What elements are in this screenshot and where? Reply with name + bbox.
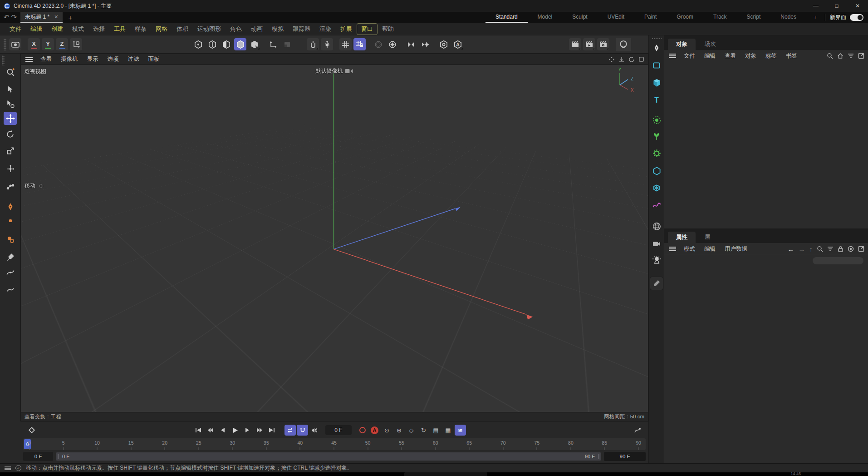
keyframe-diamond-button[interactable] <box>26 425 37 436</box>
points-mode-button[interactable] <box>192 38 204 50</box>
attribute-area[interactable] <box>664 255 868 463</box>
document-tab[interactable]: 未标题 1 * ✕ <box>20 12 63 23</box>
modeling-settings-button[interactable] <box>386 38 398 50</box>
rotate-tool-button[interactable] <box>4 128 17 141</box>
am-menu-mode[interactable]: 模式 <box>680 244 699 254</box>
menu-item[interactable]: 文件 <box>5 24 25 35</box>
om-menu-tags[interactable]: 标签 <box>761 51 781 61</box>
status-menu-icon[interactable] <box>5 466 11 470</box>
timeline-ruler[interactable]: 0 051015202530354045505560657075808590 <box>23 438 646 450</box>
current-frame-field[interactable]: 0 F <box>325 425 352 435</box>
simulation-object-icon[interactable] <box>650 114 663 126</box>
home-icon[interactable] <box>837 53 843 59</box>
preview-range-slider[interactable]: 0 F 90 F <box>56 452 601 461</box>
go-to-end-button[interactable] <box>266 425 277 436</box>
search-icon[interactable] <box>817 246 823 252</box>
text-object-icon[interactable]: T <box>650 94 663 106</box>
texture-mode-button[interactable] <box>281 38 293 50</box>
lock-z-button[interactable]: Z <box>56 38 68 50</box>
interactive-render-region-button[interactable] <box>616 38 631 51</box>
search-icon[interactable] <box>827 53 833 59</box>
pan-view-icon[interactable] <box>608 56 615 63</box>
new-ui-toggle[interactable] <box>850 14 863 21</box>
close-button[interactable]: ✕ <box>847 0 868 12</box>
brush-tool-button[interactable] <box>4 250 17 263</box>
view-label[interactable]: 透视视图 <box>25 68 46 75</box>
sound-button[interactable] <box>309 425 320 436</box>
record-pla-button[interactable]: ▦ <box>442 425 454 436</box>
record-scale-button[interactable]: ◇ <box>406 425 417 436</box>
object-manager-menu-icon[interactable] <box>669 54 676 58</box>
maximize-button[interactable]: □ <box>826 0 847 12</box>
workplane-button[interactable] <box>267 38 279 50</box>
ik-tool-button[interactable] <box>4 179 17 192</box>
deformer-object-icon[interactable] <box>650 199 663 212</box>
spline-pen-orange-button[interactable] <box>4 200 17 213</box>
light-object-icon[interactable] <box>650 253 663 266</box>
snap-button[interactable] <box>307 38 319 50</box>
grid-button[interactable] <box>339 38 352 50</box>
next-frame-button[interactable] <box>241 425 253 436</box>
live-selection-tool-button[interactable] <box>4 83 17 96</box>
edit-materials-icon[interactable] <box>650 277 663 290</box>
point-orange-button[interactable] <box>4 214 17 227</box>
attribute-manager-menu-icon[interactable] <box>669 247 676 251</box>
quantize-grid-button[interactable] <box>353 38 366 50</box>
clone-orange-button[interactable] <box>4 233 17 246</box>
rotate-view-icon[interactable] <box>628 56 635 63</box>
lock-icon[interactable] <box>838 246 843 252</box>
cube-primitive-icon[interactable] <box>650 76 663 89</box>
viewport-menu-icon[interactable] <box>25 57 33 62</box>
play-button[interactable] <box>229 425 240 436</box>
viewport-menu-options[interactable]: 选项 <box>103 55 123 64</box>
symmetry-button[interactable] <box>405 38 417 50</box>
om-menu-bookmarks[interactable]: 书签 <box>782 51 801 61</box>
menu-item[interactable]: 样条 <box>131 24 151 35</box>
menu-item[interactable]: 体积 <box>172 24 192 35</box>
menu-item[interactable]: 网格 <box>152 24 172 35</box>
viewport-canvas[interactable]: 透视视图 默认摄像机 移动 Y Z <box>20 64 648 412</box>
om-menu-view[interactable]: 查看 <box>721 51 740 61</box>
layout-tab[interactable]: Groom <box>667 12 703 23</box>
axis-tool-button[interactable] <box>4 162 17 175</box>
menu-item[interactable]: 编辑 <box>26 24 46 35</box>
axis-mode-button[interactable] <box>248 38 260 50</box>
dolly-view-icon[interactable] <box>618 56 625 63</box>
layout-tab[interactable]: Standard <box>485 12 528 23</box>
pen-object-icon[interactable] <box>650 42 663 55</box>
layout-tab[interactable]: Track <box>703 12 737 23</box>
forward-icon[interactable]: → <box>799 245 805 253</box>
menu-item[interactable]: 工具 <box>110 24 130 35</box>
layout-tab[interactable]: Paint <box>634 12 667 23</box>
mode-hexagon-a-button[interactable]: A <box>451 38 464 50</box>
menu-item[interactable]: 帮助 <box>378 24 398 35</box>
panel-tab[interactable]: 属性 <box>668 232 696 243</box>
target-icon[interactable] <box>848 246 854 252</box>
undo-icon[interactable]: ↶ <box>4 13 10 21</box>
menu-item[interactable]: 窗口 <box>357 24 377 35</box>
redo-icon[interactable]: ↷ <box>11 13 17 21</box>
preview-end-field[interactable]: 90 F <box>604 452 646 461</box>
keyframe-selection-button[interactable]: ⊙ <box>381 425 392 436</box>
camera-nav-icon[interactable] <box>345 69 353 74</box>
model-mode-button[interactable] <box>234 38 246 50</box>
am-menu-userdata[interactable]: 用户数据 <box>721 244 751 254</box>
keyframe-snap-button[interactable] <box>297 425 308 436</box>
toggle-view-icon[interactable] <box>638 56 644 62</box>
object-list-area[interactable] <box>664 62 868 228</box>
axis-gizmo[interactable]: Y Z X <box>608 67 642 99</box>
camera-label[interactable]: 默认摄像机 <box>316 67 353 75</box>
volume-mesher-icon[interactable] <box>650 182 663 194</box>
loop-playback-button[interactable] <box>284 425 296 436</box>
rings-button[interactable] <box>372 38 384 50</box>
up-icon[interactable]: ↑ <box>809 245 813 253</box>
pop-out-icon[interactable] <box>858 246 864 252</box>
render-settings-button[interactable] <box>597 38 609 50</box>
layout-tab[interactable]: Sculpt <box>562 12 597 23</box>
layout-tab[interactable]: UVEdit <box>598 12 634 23</box>
viewport-menu-display[interactable]: 显示 <box>83 55 103 64</box>
previous-frame-button[interactable] <box>217 425 228 436</box>
new-document-button[interactable]: + <box>63 12 78 23</box>
menu-item[interactable]: 模式 <box>68 24 88 35</box>
filter-icon[interactable] <box>827 246 834 252</box>
